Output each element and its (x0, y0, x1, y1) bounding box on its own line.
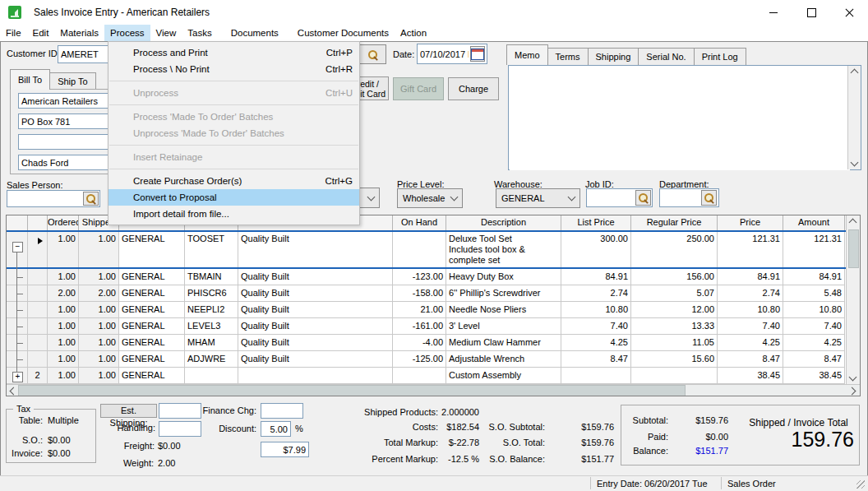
cell-warehouse[interactable]: GENERAL (119, 368, 185, 384)
scroll-down-icon[interactable] (847, 373, 858, 384)
cell-vendor[interactable]: Quality Built (238, 351, 393, 368)
menubar-item-edit[interactable]: Edit (27, 25, 55, 41)
col-header-on-hand[interactable]: On Hand (393, 215, 446, 230)
cell-shipped[interactable]: 1.00 (79, 232, 119, 267)
grid-row[interactable]: 21.001.00GENERALCustom Assembly38.4538.4… (7, 368, 847, 384)
cell-shipped[interactable]: 1.00 (79, 269, 119, 285)
cell-regular-price[interactable]: 156.00 (631, 269, 718, 285)
col-header-description[interactable]: Description (446, 215, 561, 230)
cell-vendor[interactable]: Quality Built (238, 335, 393, 351)
menubar-item-customer-documents[interactable]: Customer Documents (292, 25, 395, 41)
tree-cell[interactable] (7, 302, 28, 318)
cell-vendor[interactable]: Quality Built (238, 232, 393, 267)
cell-list-price[interactable]: 84.91 (561, 269, 631, 285)
shipping-amount-input[interactable] (261, 442, 309, 457)
col-header-row-indicator[interactable] (28, 215, 48, 230)
cell-price[interactable]: 7.40 (718, 318, 783, 335)
est-shipping-input[interactable] (159, 403, 201, 419)
tab-ship-to[interactable]: Ship To (49, 72, 96, 90)
cell-vendor[interactable]: Quality Built (238, 302, 393, 318)
cell-description[interactable]: Needle Nose Pliers (446, 302, 561, 318)
menu-item-process-no-print[interactable]: Process \ No PrintCtrl+R (108, 61, 359, 77)
grid-row[interactable]: 1.001.00GENERALTBMAINQuality Built-123.0… (7, 269, 847, 285)
menu-item-unprocess-made-to-order-batches[interactable]: Unprocess 'Made To Order' Batches (108, 125, 359, 141)
cell-description[interactable]: 6'' Phillip's Screwdriver (446, 285, 561, 302)
cell-amount[interactable]: 84.91 (783, 269, 845, 285)
row-indicator-cell[interactable]: 2 (28, 368, 48, 384)
cell-list-price[interactable]: 10.80 (561, 302, 631, 318)
cell-part[interactable]: LEVEL3 (185, 318, 238, 335)
menu-item-create-purchase-order-s[interactable]: Create Purchase Order(s)Ctrl+G (108, 173, 359, 189)
finance-chg-input[interactable] (261, 403, 303, 419)
cell-list-price[interactable]: 2.74 (561, 285, 631, 302)
cell-list-price[interactable]: 300.00 (561, 232, 631, 267)
memo-scrollbar[interactable] (847, 66, 861, 169)
grid-row[interactable]: 1.001.00GENERALLEVEL3Quality Built-161.0… (7, 318, 847, 335)
grid-row[interactable]: 1.001.00GENERALADJWREQuality Built-125.0… (7, 351, 847, 368)
row-indicator-cell[interactable] (28, 302, 48, 318)
col-header-tree[interactable] (7, 215, 28, 230)
cell-on-hand[interactable]: 21.00 (393, 302, 446, 318)
row-indicator-cell[interactable] (28, 351, 48, 368)
menubar-item-action[interactable]: Action (395, 25, 432, 41)
cell-amount[interactable]: 7.40 (783, 318, 845, 335)
scroll-right-icon[interactable] (847, 385, 858, 396)
cell-shipped[interactable]: 1.00 (79, 335, 119, 351)
tree-cell[interactable] (7, 318, 28, 335)
cell-shipped[interactable]: 2.00 (79, 285, 119, 302)
menu-item-insert-retainage[interactable]: Insert Retainage (108, 149, 359, 165)
cell-price[interactable]: 38.45 (718, 368, 783, 384)
cell-price[interactable]: 8.47 (718, 351, 783, 368)
cell-price[interactable]: 10.80 (718, 302, 783, 318)
scroll-down-icon[interactable] (848, 158, 860, 169)
cell-price[interactable]: 121.31 (718, 232, 783, 267)
col-header-price[interactable]: Price (718, 215, 783, 230)
cell-ordered[interactable]: 1.00 (48, 351, 79, 368)
cell-on-hand[interactable]: -158.00 (393, 285, 446, 302)
cell-shipped[interactable]: 1.00 (79, 318, 119, 335)
row-indicator-cell[interactable] (28, 335, 48, 351)
cell-price[interactable]: 4.25 (718, 335, 783, 351)
cell-price[interactable]: 2.74 (718, 285, 783, 302)
cell-ordered[interactable]: 1.00 (48, 302, 79, 318)
cell-regular-price[interactable]: 250.00 (631, 232, 718, 267)
warehouse-combo[interactable]: GENERAL (496, 188, 580, 208)
menu-item-process-and-print[interactable]: Process and PrintCtrl+P (108, 44, 359, 61)
scroll-left-icon[interactable] (7, 385, 18, 396)
cell-price[interactable]: 84.91 (718, 269, 783, 285)
order-lookup-button[interactable] (358, 44, 386, 64)
cell-vendor[interactable]: Quality Built (238, 269, 393, 285)
tree-cell[interactable] (7, 269, 28, 285)
cell-description[interactable]: Custom Assembly (446, 368, 561, 384)
tab-terms[interactable]: Terms (547, 48, 589, 65)
grid-row[interactable]: 1.001.00GENERALMHAMQuality Built-4.00Med… (7, 335, 847, 351)
cell-regular-price[interactable]: 5.07 (631, 285, 718, 302)
tree-cell[interactable] (7, 285, 28, 302)
cell-warehouse[interactable]: GENERAL (119, 269, 185, 285)
cell-description[interactable]: Deluxe Tool Set Includes tool box & comp… (446, 232, 561, 267)
cell-part[interactable]: ADJWRE (185, 351, 238, 368)
scroll-up-icon[interactable] (847, 215, 858, 227)
est-shipping-button[interactable]: Est. Shipping: (100, 404, 157, 418)
cell-regular-price[interactable]: 12.00 (631, 302, 718, 318)
cell-ordered[interactable]: 1.00 (48, 318, 79, 335)
row-indicator-cell[interactable] (28, 269, 48, 285)
menu-item-convert-to-proposal[interactable]: Convert to Proposal (108, 189, 359, 206)
cell-on-hand[interactable]: -161.00 (393, 318, 446, 335)
cell-on-hand[interactable]: -123.00 (393, 269, 446, 285)
row-indicator-cell[interactable] (28, 285, 48, 302)
grid-row[interactable]: 1.001.00GENERALTOOSETQuality BuiltDeluxe… (7, 230, 847, 269)
cell-amount[interactable]: 5.48 (783, 285, 845, 302)
cell-description[interactable]: Adjustable Wrench (446, 351, 561, 368)
cell-warehouse[interactable]: GENERAL (119, 232, 185, 267)
menubar-item-view[interactable]: View (150, 25, 182, 41)
cell-amount[interactable]: 38.45 (783, 368, 845, 384)
cell-warehouse[interactable]: GENERAL (119, 351, 185, 368)
menu-item-unprocess[interactable]: UnprocessCtrl+U (108, 85, 359, 101)
menubar-item-file[interactable]: File (0, 25, 27, 41)
cell-list-price[interactable]: 8.47 (561, 351, 631, 368)
close-button[interactable] (830, 0, 868, 25)
cell-part[interactable]: TOOSET (185, 232, 238, 267)
cell-list-price[interactable]: 7.40 (561, 318, 631, 335)
cell-on-hand[interactable]: -125.00 (393, 351, 446, 368)
